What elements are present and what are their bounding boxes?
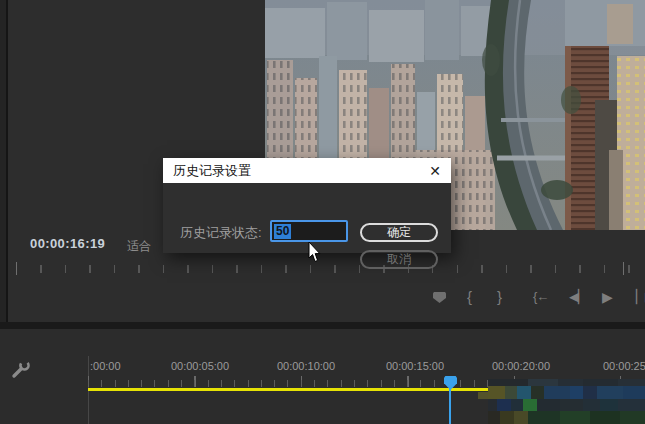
selected-input-text: 50 [274, 224, 291, 239]
app-window: 00:00:16:19 适合 { } {← ◀▏ ▶ ▏▶ :00:00 00:… [0, 0, 645, 424]
ok-button[interactable]: 确定 [360, 223, 438, 242]
history-state-input[interactable]: 50 [270, 220, 348, 242]
clip-thumbnail-strip[interactable] [488, 379, 645, 386]
ruler-label: :00:00 [90, 360, 121, 372]
ruler-label: 00:00:15:00 [386, 360, 444, 372]
timeline-settings-wrench-icon[interactable] [10, 359, 32, 381]
close-icon[interactable]: ✕ [429, 164, 441, 178]
monitor-scrubber[interactable] [16, 265, 630, 273]
clip-thumbnail-strip[interactable] [488, 399, 645, 411]
mark-in-button[interactable]: { [467, 289, 472, 305]
add-marker-icon[interactable] [433, 292, 446, 303]
dialog-body: 历史记录状态: 50 确定 取消 [163, 183, 451, 253]
ruler-label: 00:00:10:00 [277, 360, 335, 372]
dialog-titlebar[interactable]: 历史记录设置 ✕ [163, 158, 451, 183]
work-area-bar[interactable] [88, 388, 488, 391]
panel-divider[interactable] [0, 322, 645, 329]
step-forward-button[interactable]: ▏▶ [636, 289, 645, 305]
mark-out-button[interactable]: } [497, 289, 502, 305]
ruler-label: 00:00:20:00 [492, 360, 550, 372]
ruler-label: 00:00:05:00 [171, 360, 229, 372]
play-button[interactable]: ▶ [602, 289, 613, 305]
playhead-line [449, 388, 451, 424]
dialog-title: 历史记录设置 [173, 162, 251, 180]
scrubber-end-tick [623, 262, 624, 275]
clip-thumbnail-strip[interactable] [488, 411, 645, 424]
history-state-label: 历史记录状态: [180, 224, 262, 242]
zoom-fit-select[interactable]: 适合 [127, 238, 151, 255]
mouse-cursor [308, 242, 322, 263]
history-settings-dialog: 历史记录设置 ✕ 历史记录状态: 50 确定 取消 [163, 158, 451, 253]
step-back-button[interactable]: ◀▏ [569, 289, 587, 305]
go-to-in-point-button[interactable]: {← [533, 289, 548, 305]
timeline-panel: :00:00 00:00:05:00 00:00:10:00 00:00:15:… [0, 329, 645, 424]
ruler-label: 00:00:25:00 [603, 360, 645, 372]
clip-thumbnail-strip[interactable] [488, 386, 645, 399]
panel-left-edge [0, 0, 8, 322]
scrubber-start-tick [16, 262, 17, 275]
current-timecode[interactable]: 00:00:16:19 [30, 236, 105, 251]
cancel-button[interactable]: 取消 [360, 250, 438, 269]
